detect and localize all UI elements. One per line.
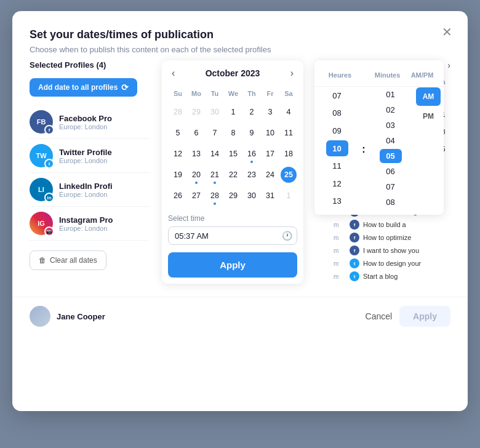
- cal-day[interactable]: 8: [225, 123, 242, 143]
- avatar-tw: TW t: [30, 144, 53, 167]
- cal-day[interactable]: 14: [206, 144, 223, 164]
- ampm-col: AMPM: [413, 87, 444, 210]
- profile-sub-ig: Europe: London: [59, 225, 150, 232]
- col-tu: Tu: [206, 89, 223, 101]
- cal-day[interactable]: 2: [243, 102, 260, 122]
- minute-item[interactable]: 03: [380, 118, 402, 132]
- cal-day[interactable]: 30: [243, 186, 260, 206]
- cal-day[interactable]: 12: [169, 144, 186, 164]
- sched-icon-fb: f: [350, 220, 359, 230]
- cancel-button[interactable]: Cancel: [366, 311, 393, 321]
- cal-day[interactable]: 28: [169, 102, 186, 122]
- right-cal-next-button[interactable]: ›: [447, 60, 450, 70]
- profiles-list: FB f Facebook Pro Europe: London TW t: [30, 105, 150, 241]
- minute-item[interactable]: 04: [380, 134, 402, 148]
- bottom-user: Jane Cooper: [30, 306, 105, 327]
- minutes-label: Minutes: [375, 71, 401, 79]
- minute-item[interactable]: 02: [380, 103, 402, 117]
- minute-item[interactable]: 08: [380, 195, 402, 209]
- cal-next-button[interactable]: ›: [287, 66, 297, 80]
- col-sa: Sa: [280, 89, 297, 101]
- cal-day[interactable]: 27: [188, 186, 205, 206]
- cal-day[interactable]: 24: [262, 165, 279, 185]
- hour-item[interactable]: 12: [326, 175, 348, 192]
- cal-day[interactable]: 6: [188, 123, 205, 143]
- ampm-item[interactable]: PM: [416, 107, 441, 126]
- sched-time: m: [334, 247, 346, 254]
- profile-sub-li: Europe: London: [59, 191, 150, 198]
- hour-item[interactable]: 13: [326, 193, 348, 209]
- cal-day[interactable]: 16: [243, 144, 260, 164]
- avatar-li: LI in: [30, 178, 53, 201]
- add-date-label: Add date to all profiles: [38, 83, 118, 92]
- time-input[interactable]: [175, 231, 278, 241]
- modal-body: Selected Profiles (4) Add date to all pr…: [12, 60, 468, 297]
- apply-button[interactable]: Apply: [168, 252, 297, 278]
- profile-item-tw: TW t Twitter Profile Europe: London: [30, 139, 150, 173]
- close-button[interactable]: ✕: [438, 23, 455, 41]
- minute-item[interactable]: 05: [380, 149, 402, 163]
- cal-day[interactable]: 13: [188, 144, 205, 164]
- user-name: Jane Cooper: [57, 312, 105, 321]
- sched-time: m: [334, 234, 346, 241]
- cal-day[interactable]: 31: [262, 186, 279, 206]
- hour-item[interactable]: 09: [326, 122, 348, 139]
- sched-icon-fb: f: [350, 233, 359, 242]
- cal-day[interactable]: 21: [206, 165, 223, 185]
- cal-day[interactable]: 3: [262, 102, 279, 122]
- user-avatar: [30, 306, 50, 327]
- sched-text: How to build a: [363, 221, 450, 228]
- cal-day[interactable]: 25: [280, 165, 297, 185]
- cal-day[interactable]: 11: [280, 123, 297, 143]
- minute-item[interactable]: 01: [380, 87, 402, 102]
- add-date-button[interactable]: Add date to all profiles ⟳: [30, 78, 137, 97]
- minutes-col: 0102030405060708: [368, 87, 413, 210]
- clear-dates-label: Clear all dates: [50, 256, 97, 265]
- avatar-fb: FB f: [30, 110, 53, 134]
- sched-text: I want to show you: [363, 247, 450, 254]
- cal-prev-button[interactable]: ‹: [168, 66, 178, 80]
- cal-day[interactable]: 20: [188, 165, 205, 185]
- cal-day[interactable]: 1: [225, 102, 242, 122]
- cal-day[interactable]: 28: [206, 186, 223, 206]
- modal-header: Set your dates/times of publication Choo…: [12, 11, 468, 60]
- cal-day[interactable]: 18: [280, 144, 297, 164]
- clear-dates-button[interactable]: 🗑 Clear all dates: [30, 250, 106, 270]
- scheduled-list: m f Lessons and insight m f How to build…: [334, 207, 450, 281]
- cal-day[interactable]: 4: [280, 102, 297, 122]
- ampm-item[interactable]: AM: [416, 87, 441, 106]
- scheduled-item: m f I want to show you: [334, 246, 450, 255]
- col-mo: Mo: [188, 89, 205, 101]
- cal-day[interactable]: 7: [206, 123, 223, 143]
- cal-day[interactable]: 22: [225, 165, 242, 185]
- cal-day[interactable]: 23: [243, 165, 260, 185]
- time-section: Select time 🕐: [168, 214, 297, 245]
- minute-item[interactable]: 07: [380, 180, 402, 194]
- cal-day[interactable]: 17: [262, 144, 279, 164]
- profile-sub-tw: Europe: London: [59, 157, 150, 164]
- cal-day[interactable]: 29: [225, 186, 242, 206]
- cal-day[interactable]: 10: [262, 123, 279, 143]
- cal-day[interactable]: 29: [188, 102, 205, 122]
- scheduled-item: m t How to design your: [334, 258, 450, 268]
- hour-item[interactable]: 11: [326, 158, 348, 174]
- col-we: We: [225, 89, 242, 101]
- cal-day[interactable]: 15: [225, 144, 242, 164]
- trash-icon: 🗑: [39, 256, 46, 265]
- cal-day[interactable]: 19: [169, 165, 186, 185]
- cal-day[interactable]: 26: [169, 186, 186, 206]
- hour-item[interactable]: 10: [326, 140, 348, 157]
- cal-month-label: October 2023: [206, 68, 260, 78]
- bottom-apply-button: Apply: [399, 306, 450, 327]
- cal-day[interactable]: 1: [280, 186, 297, 206]
- sched-time: m: [334, 273, 346, 280]
- minute-item[interactable]: 06: [380, 164, 402, 178]
- sched-time: m: [334, 260, 346, 267]
- cal-day[interactable]: 9: [243, 123, 260, 143]
- hour-item[interactable]: 07: [326, 87, 348, 104]
- col-su: Su: [169, 89, 186, 101]
- hour-item[interactable]: 08: [326, 105, 348, 122]
- cal-day[interactable]: 30: [206, 102, 223, 122]
- cal-day[interactable]: 5: [169, 123, 186, 143]
- time-input-row[interactable]: 🕐: [168, 226, 297, 245]
